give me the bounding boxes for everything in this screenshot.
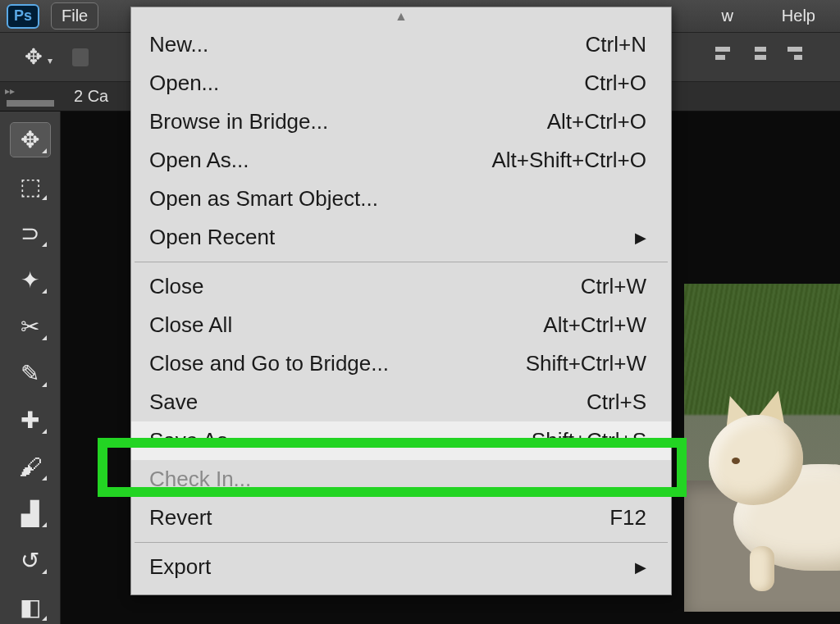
menu-item-shortcut: Shift+Ctrl+W	[526, 351, 646, 376]
crop-tool[interactable]: ✂	[11, 310, 50, 344]
menu-item-open[interactable]: Open... Ctrl+O	[131, 64, 671, 102]
move-tool[interactable]: ✥	[11, 123, 50, 157]
clone-stamp-icon: ▟	[21, 500, 39, 527]
options-toggle[interactable]	[72, 48, 89, 66]
menu-item-new[interactable]: New... Ctrl+N	[131, 25, 671, 64]
file-menu-dropdown: ▲ New... Ctrl+N Open... Ctrl+O Browse in…	[130, 7, 672, 595]
menu-item-shortcut: Alt+Ctrl+W	[543, 312, 646, 338]
menu-item-label: Open as Smart Object...	[149, 186, 378, 212]
menu-item-close-bridge[interactable]: Close and Go to Bridge... Shift+Ctrl+W	[131, 344, 671, 383]
menu-item-shortcut: Ctrl+N	[586, 32, 646, 57]
menu-item-revert[interactable]: Revert F12	[131, 499, 671, 537]
eyedropper-tool[interactable]: ✎	[11, 357, 50, 390]
menu-item-label: New...	[149, 32, 208, 57]
document-tab[interactable]: 2 Ca	[74, 87, 108, 106]
panel-ruler-icon	[7, 100, 54, 107]
menu-item-save[interactable]: Save Ctrl+S	[131, 383, 671, 421]
menu-item-open-as[interactable]: Open As... Alt+Shift+Ctrl+O	[131, 141, 671, 180]
menu-item-label: Open...	[149, 71, 219, 96]
submenu-arrow-icon: ▶	[635, 558, 646, 576]
menu-item-label: Close	[149, 274, 203, 299]
history-brush-icon: ↺	[21, 547, 39, 574]
menu-item-label: Open Recent	[149, 225, 275, 250]
menu-item-export[interactable]: Export ▶	[131, 548, 671, 586]
menu-item-close-all[interactable]: Close All Alt+Ctrl+W	[131, 306, 671, 344]
menu-item-label: Close and Go to Bridge...	[149, 351, 389, 376]
healing-brush-icon: ✚	[21, 407, 39, 434]
menu-item-browse-bridge[interactable]: Browse in Bridge... Alt+Ctrl+O	[131, 102, 671, 141]
menu-item-check-in: Check In...	[131, 460, 671, 499]
cat-illustration	[709, 390, 840, 579]
clone-stamp-tool[interactable]: ▟	[11, 497, 50, 531]
marquee-tool[interactable]: ⬚	[11, 170, 50, 203]
align-bottom-icon[interactable]	[786, 45, 807, 63]
eraser-icon: ◧	[20, 594, 41, 621]
menu-help[interactable]: Help	[782, 7, 815, 25]
menu-item-shortcut: Ctrl+O	[584, 71, 646, 96]
menu-item-shortcut: Shift+Ctrl+S	[532, 428, 646, 453]
menu-item-label: Browse in Bridge...	[149, 109, 328, 134]
eyedropper-icon: ✎	[21, 360, 39, 387]
panel-expand-icon[interactable]: ▸▸	[5, 85, 15, 97]
menu-item-open-smart-object[interactable]: Open as Smart Object...	[131, 180, 671, 218]
healing-brush-tool[interactable]: ✚	[11, 403, 50, 437]
lasso-icon: ⊃	[21, 220, 39, 247]
menu-item-label: Save As...	[149, 428, 245, 453]
crop-icon: ✂	[21, 313, 39, 340]
menu-item-close[interactable]: Close Ctrl+W	[131, 267, 671, 306]
align-middle-icon[interactable]	[750, 45, 771, 63]
menu-item-shortcut: F12	[609, 505, 646, 531]
menu-item-label: Close All	[149, 312, 232, 338]
brush-icon: 🖌	[19, 453, 42, 481]
tool-panel: ✥ ⬚ ⊃ ✦ ✂ ✎ ✚ 🖌 ▟ ↺ ◧	[0, 112, 61, 624]
menu-scroll-up-icon[interactable]: ▲	[131, 7, 671, 25]
menu-item-label: Export	[149, 554, 211, 580]
menu-file[interactable]: File	[51, 2, 98, 30]
menu-item-shortcut: Alt+Shift+Ctrl+O	[491, 148, 646, 173]
move-tool-icon: ✥	[21, 126, 39, 153]
lasso-tool[interactable]: ⊃	[11, 216, 50, 250]
app-logo: Ps	[7, 4, 39, 29]
submenu-arrow-icon: ▶	[635, 229, 646, 247]
eraser-tool[interactable]: ◧	[11, 590, 50, 624]
align-top-icon[interactable]	[714, 45, 735, 63]
menu-item-label: Save	[149, 389, 198, 415]
brush-tool[interactable]: 🖌	[11, 450, 50, 484]
history-brush-tool[interactable]: ↺	[11, 544, 50, 577]
menu-item-label: Open As...	[149, 148, 249, 173]
menu-item-label: Revert	[149, 505, 212, 531]
menu-window-partial[interactable]: w	[722, 7, 733, 25]
menu-item-shortcut: Alt+Ctrl+O	[547, 109, 646, 134]
menu-item-label: Check In...	[149, 467, 251, 492]
menu-separator	[135, 542, 668, 543]
menu-item-shortcut: Ctrl+S	[587, 389, 646, 415]
menu-item-open-recent[interactable]: Open Recent ▶	[131, 218, 671, 257]
document-image	[684, 284, 840, 612]
quick-select-icon: ✦	[21, 266, 39, 294]
menu-separator	[135, 262, 668, 262]
move-tool-indicator-icon[interactable]: ✥	[25, 44, 52, 70]
quick-select-tool[interactable]: ✦	[11, 263, 50, 297]
menu-item-shortcut: Ctrl+W	[581, 274, 646, 299]
marquee-icon: ⬚	[20, 173, 41, 200]
menu-item-save-as[interactable]: Save As... Shift+Ctrl+S	[131, 421, 671, 460]
